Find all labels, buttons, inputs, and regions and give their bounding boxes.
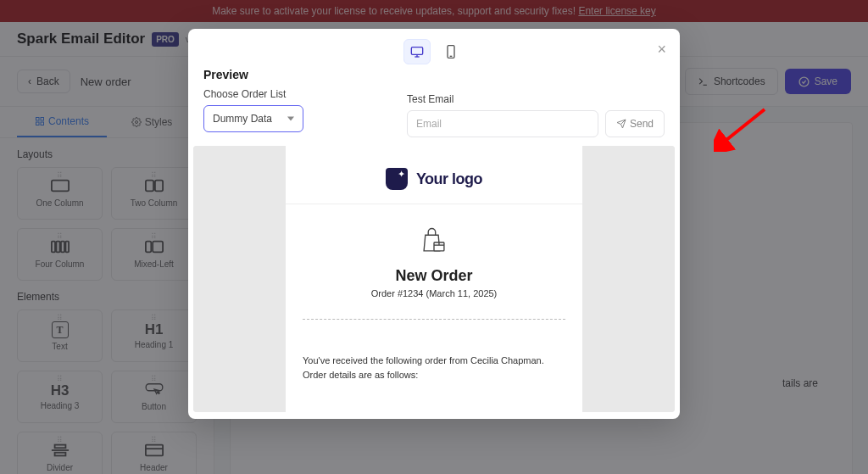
send-icon: [616, 119, 626, 129]
desktop-icon: [410, 46, 424, 58]
shopping-bag-icon: [420, 226, 448, 255]
device-toggle: [188, 29, 680, 68]
preview-frame: Your logo New Order Order #1234 (March 1…: [193, 146, 675, 412]
mobile-icon: [446, 45, 456, 59]
order-hero-icon: [286, 204, 582, 267]
preview-scroll[interactable]: Your logo New Order Order #1234 (March 1…: [193, 146, 675, 412]
logo-text: Your logo: [416, 170, 482, 188]
modal-overlay: × Preview Choose Order List Dummy Data T…: [0, 0, 868, 474]
select-value: Dummy Data: [213, 113, 272, 125]
close-button[interactable]: ×: [657, 41, 666, 59]
modal-title: Preview: [203, 68, 356, 81]
send-label: Send: [630, 118, 654, 130]
email-title: New Order: [286, 267, 582, 285]
desktop-view-button[interactable]: [403, 39, 431, 64]
email-body: Your logo New Order Order #1234 (March 1…: [286, 146, 582, 412]
order-select[interactable]: Dummy Data: [203, 105, 303, 132]
mobile-view-button[interactable]: [437, 39, 465, 64]
email-body-text: You've received the following order from…: [286, 354, 582, 382]
logo-icon: [386, 168, 408, 190]
email-subtitle: Order #1234 (March 11, 2025): [286, 288, 582, 298]
close-icon: ×: [657, 41, 666, 58]
svg-rect-30: [411, 47, 422, 55]
svg-line-41: [722, 109, 765, 143]
email-divider: [303, 319, 565, 320]
test-email-label: Test Email: [407, 93, 665, 105]
send-button[interactable]: Send: [605, 110, 665, 137]
email-logo-section: Your logo: [286, 146, 582, 204]
preview-modal: × Preview Choose Order List Dummy Data T…: [188, 29, 680, 419]
choose-order-label: Choose Order List: [203, 88, 356, 100]
annotation-arrow: [714, 105, 773, 155]
email-input[interactable]: [407, 110, 598, 137]
